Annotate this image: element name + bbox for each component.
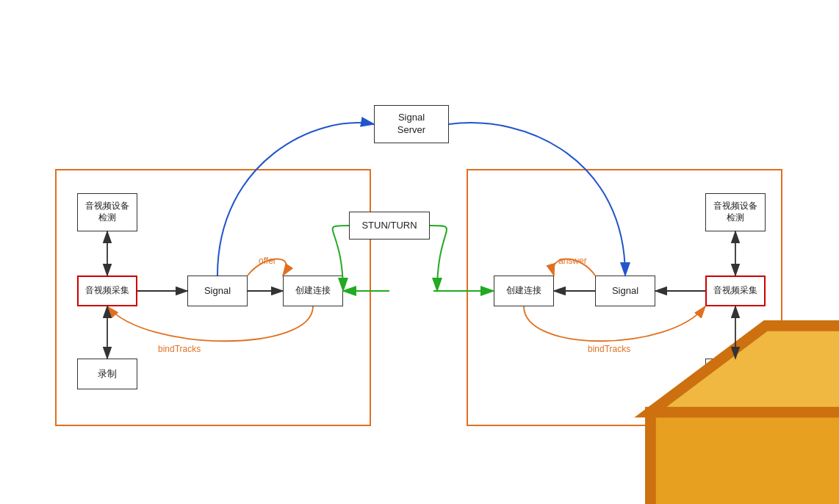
diagram-container: Signal Server STUN/TURN 音视频设备 检测 音视频采集 S…	[0, 0, 839, 504]
arrows-svg	[0, 0, 839, 504]
orange-arrow-bindtracks-left	[107, 306, 313, 341]
green-arrow-stun-to-left-conn	[333, 226, 349, 291]
blue-arrow-server-to-right	[449, 123, 625, 276]
blue-arrow-left-to-server	[217, 123, 374, 276]
bindtracks-left-label: bindTracks	[158, 344, 201, 354]
bindtracks-right-label: bindTracks	[588, 344, 630, 354]
offer-label: offer	[259, 256, 276, 266]
green-arrow-stun-to-right-conn	[430, 226, 447, 291]
answer-label: answer	[558, 256, 587, 266]
orange-arrow-bindtracks-right	[524, 306, 705, 341]
